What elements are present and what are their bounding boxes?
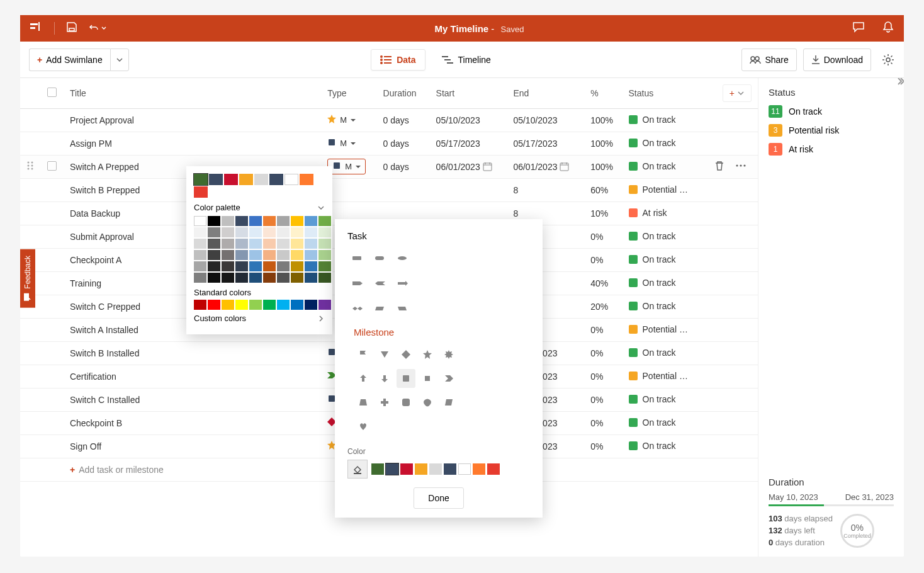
color-swatch[interactable] <box>249 250 262 260</box>
color-swatch[interactable] <box>222 227 234 237</box>
status-chip[interactable]: On track <box>629 301 676 311</box>
color-swatch[interactable] <box>318 300 331 310</box>
row-checkbox[interactable] <box>40 225 64 248</box>
app-icon[interactable] <box>30 22 43 35</box>
task-shape-option[interactable] <box>347 299 366 318</box>
color-swatch[interactable] <box>194 227 206 237</box>
milestone-shape-trap[interactable] <box>354 393 373 412</box>
share-button[interactable]: Share <box>741 48 796 71</box>
drag-handle[interactable] <box>20 132 40 155</box>
table-row[interactable]: Switch B Prepped 8 60% Potential … <box>20 178 758 201</box>
status-chip[interactable]: Potential … <box>629 324 688 334</box>
col-pct[interactable]: % <box>584 78 622 108</box>
pct-cell[interactable]: 60% <box>584 178 622 201</box>
pct-cell[interactable]: 40% <box>584 271 622 295</box>
custom-colors-button[interactable]: Custom colors <box>194 314 325 323</box>
duration-cell[interactable]: 0 days <box>377 132 430 155</box>
color-swatch[interactable] <box>222 239 234 249</box>
col-checkbox[interactable] <box>40 78 64 108</box>
color-swatch[interactable] <box>458 463 471 475</box>
color-swatch[interactable] <box>291 239 303 249</box>
duration-cell[interactable]: 0 days <box>377 155 430 178</box>
add-column-button[interactable]: + <box>723 84 752 102</box>
color-swatch[interactable] <box>318 216 331 226</box>
milestone-shape-tri-down[interactable] <box>375 345 394 364</box>
fill-tool-button[interactable] <box>347 460 368 479</box>
palette-header[interactable]: Color palette <box>194 203 325 212</box>
collapse-icon[interactable] <box>894 78 904 87</box>
color-swatch[interactable] <box>415 463 427 475</box>
milestone-shape-rsquare[interactable] <box>397 393 415 412</box>
col-type[interactable]: Type <box>321 78 376 108</box>
color-swatch[interactable] <box>318 227 331 237</box>
color-swatch[interactable] <box>277 300 290 310</box>
milestone-shape-heart[interactable] <box>354 417 373 436</box>
color-swatch[interactable] <box>291 250 303 260</box>
color-swatch[interactable] <box>249 273 262 283</box>
drag-handle[interactable] <box>20 155 40 178</box>
color-swatch[interactable] <box>222 250 234 260</box>
drag-handle[interactable] <box>20 201 40 225</box>
color-swatch[interactable] <box>194 261 206 271</box>
status-summary-item[interactable]: 3Potential risk <box>769 124 894 137</box>
table-row[interactable]: Switch A Prepped M 0 days 06/01/2023 06/… <box>20 155 758 178</box>
pct-cell[interactable]: 0% <box>584 318 622 341</box>
delete-icon[interactable] <box>714 160 725 173</box>
color-swatch[interactable] <box>263 227 276 237</box>
color-swatch[interactable] <box>194 174 208 185</box>
drag-handle[interactable] <box>20 341 40 365</box>
status-chip[interactable]: At risk <box>629 208 667 218</box>
row-checkbox[interactable] <box>40 341 64 365</box>
row-checkbox[interactable] <box>40 132 64 155</box>
status-chip[interactable]: On track <box>629 417 676 428</box>
add-swimlane-button[interactable]: +Add Swimlane <box>29 48 110 71</box>
color-swatch[interactable] <box>277 273 290 283</box>
color-swatch[interactable] <box>263 273 276 283</box>
save-icon[interactable] <box>66 21 77 35</box>
title-cell[interactable]: Certification <box>64 365 321 388</box>
color-swatch[interactable] <box>249 300 262 310</box>
bell-icon[interactable] <box>882 21 894 36</box>
title-cell[interactable]: Switch C Installed <box>64 388 321 411</box>
color-swatch[interactable] <box>277 227 290 237</box>
milestone-shape-para[interactable] <box>439 393 458 412</box>
row-checkbox[interactable] <box>40 201 64 225</box>
start-cell[interactable]: 05/17/2023 <box>430 132 507 155</box>
milestone-shape-diamond[interactable] <box>397 345 415 364</box>
color-swatch[interactable] <box>318 239 331 249</box>
color-swatch[interactable] <box>208 300 220 310</box>
row-checkbox[interactable] <box>40 434 64 458</box>
view-data-tab[interactable]: Data <box>371 49 425 71</box>
color-swatch[interactable] <box>263 300 276 310</box>
color-swatch[interactable] <box>208 273 220 283</box>
row-checkbox[interactable] <box>40 248 64 271</box>
milestone-shape-down[interactable] <box>375 369 394 388</box>
color-swatch[interactable] <box>222 216 234 226</box>
row-checkbox[interactable] <box>40 365 64 388</box>
milestone-shape-burst[interactable] <box>439 345 458 364</box>
start-cell[interactable] <box>430 178 507 201</box>
milestone-shape-blob[interactable] <box>418 393 437 412</box>
milestone-shape-flag[interactable] <box>354 345 373 364</box>
color-swatch[interactable] <box>194 250 206 260</box>
drag-handle[interactable] <box>20 434 40 458</box>
drag-handle[interactable] <box>20 108 40 132</box>
pct-cell[interactable]: 0% <box>584 225 622 248</box>
status-chip[interactable]: On track <box>629 348 676 358</box>
drag-handle[interactable] <box>20 365 40 388</box>
table-row[interactable]: Assign PM M 0 days 05/17/2023 05/17/2023… <box>20 132 758 155</box>
status-chip[interactable]: On track <box>629 254 676 264</box>
color-swatch[interactable] <box>235 273 248 283</box>
color-swatch[interactable] <box>222 300 234 310</box>
col-title[interactable]: Title <box>64 78 321 108</box>
end-cell[interactable]: 06/01/2023 <box>507 155 584 178</box>
pct-cell[interactable]: 10% <box>584 201 622 225</box>
color-swatch[interactable] <box>305 239 317 249</box>
task-shape-option[interactable] <box>370 299 389 318</box>
color-swatch[interactable] <box>209 174 223 185</box>
task-shape-option[interactable] <box>347 249 366 268</box>
end-cell[interactable]: 05/10/2023 <box>507 108 584 132</box>
milestone-shape-chevron[interactable] <box>439 369 458 388</box>
color-swatch[interactable] <box>263 250 276 260</box>
color-swatch[interactable] <box>263 216 276 226</box>
